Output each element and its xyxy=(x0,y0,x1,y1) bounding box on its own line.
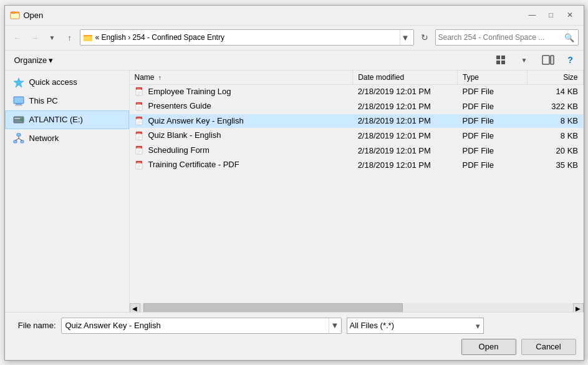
file-date-modified: 2/18/2019 12:01 PM xyxy=(353,84,458,99)
svg-marker-12 xyxy=(14,78,24,87)
file-name: Training Certificate - PDF xyxy=(148,160,239,169)
sidebar-item-atlantic[interactable]: ATLANTIC (E:) xyxy=(5,110,129,129)
pdf-icon: PDF xyxy=(135,145,145,155)
address-box[interactable]: « English › 254 - Confined Space Entry ▼ xyxy=(80,29,414,46)
maximize-button[interactable]: □ xyxy=(542,8,560,22)
open-button[interactable]: Open xyxy=(461,339,516,355)
organize-button[interactable]: Organize ▾ xyxy=(10,54,58,67)
folder-icon xyxy=(83,32,93,42)
preview-pane-icon xyxy=(542,55,554,65)
svg-rect-15 xyxy=(15,105,22,106)
toolbar-row: Organize ▾ ▼ ? xyxy=(5,51,584,71)
file-size: 8 KB xyxy=(527,114,583,129)
horizontal-scrollbar[interactable]: ◀ ▶ xyxy=(130,304,584,312)
svg-line-25 xyxy=(19,139,22,140)
file-type: PDF File xyxy=(458,143,528,158)
address-bar-row: ← → ▼ ↑ « English › 254 - Confined Space… xyxy=(5,26,584,51)
filetype-container: All Files (*.*)PDF Files (*.pdf)Word Doc… xyxy=(347,318,484,334)
filetype-select[interactable]: All Files (*.*)PDF Files (*.pdf)Word Doc… xyxy=(347,318,484,334)
open-dialog: Open — □ ✕ ← → ▼ ↑ « English › 254 - Con… xyxy=(4,5,584,361)
svg-rect-14 xyxy=(16,104,21,105)
file-date-modified: 2/18/2019 12:01 PM xyxy=(353,158,458,173)
svg-rect-1 xyxy=(11,13,19,19)
organize-dropdown-arrow: ▾ xyxy=(49,56,53,65)
sidebar-item-quick-access-label: Quick access xyxy=(29,77,77,87)
search-icon[interactable]: 🔍 xyxy=(563,31,576,44)
scroll-right-button[interactable]: ▶ xyxy=(573,303,584,312)
search-input[interactable] xyxy=(438,33,563,42)
column-type[interactable]: Type xyxy=(458,71,528,85)
svg-rect-13 xyxy=(14,97,24,104)
column-date-modified[interactable]: Date modified xyxy=(353,71,458,85)
svg-rect-11 xyxy=(551,56,554,64)
svg-rect-10 xyxy=(542,56,549,64)
scroll-left-button[interactable]: ◀ xyxy=(130,303,140,312)
file-list-area: Name ↑ Date modified Type Size xyxy=(130,71,584,312)
filename-input-container[interactable]: ▼ xyxy=(61,318,342,334)
file-type: PDF File xyxy=(458,158,528,173)
svg-rect-9 xyxy=(501,61,505,64)
main-area: Quick access This PC ATLANT xyxy=(5,71,584,312)
view-options-button[interactable]: ▼ xyxy=(515,52,534,68)
up-button[interactable]: ↑ xyxy=(62,30,77,45)
minimize-button[interactable]: — xyxy=(524,8,541,22)
recent-locations-button[interactable]: ▼ xyxy=(45,30,60,45)
table-row[interactable]: PDF Scheduling Form2/18/2019 12:01 PMPDF… xyxy=(130,143,584,158)
forward-button[interactable]: → xyxy=(27,30,42,45)
title-bar: Open — □ ✕ xyxy=(5,6,584,26)
filename-row: File name: ▼ All Files (*.*)PDF Files (*… xyxy=(12,318,576,334)
svg-rect-2 xyxy=(12,12,15,14)
filename-dropdown-button[interactable]: ▼ xyxy=(329,318,341,333)
organize-label: Organize xyxy=(14,56,47,65)
column-name[interactable]: Name ↑ xyxy=(130,71,353,85)
view-toggle-button[interactable] xyxy=(491,52,510,68)
file-date-modified: 2/18/2019 12:01 PM xyxy=(353,143,458,158)
svg-text:PDF: PDF xyxy=(137,147,142,150)
scrollbar-thumb[interactable] xyxy=(143,303,403,312)
search-box[interactable]: 🔍 xyxy=(435,29,579,46)
column-size[interactable]: Size xyxy=(527,71,583,85)
bottom-area: File name: ▼ All Files (*.*)PDF Files (*… xyxy=(5,312,584,360)
svg-text:PDF: PDF xyxy=(137,162,142,165)
filename-input[interactable] xyxy=(62,318,329,333)
file-date-modified: 2/18/2019 12:01 PM xyxy=(353,129,458,144)
file-date-modified: 2/18/2019 12:01 PM xyxy=(353,99,458,114)
table-row[interactable]: PDF Quiz Blank - English2/18/2019 12:01 … xyxy=(130,129,584,144)
sidebar-item-this-pc[interactable]: This PC xyxy=(5,92,129,110)
table-row[interactable]: PDF Quiz Answer Key - English2/18/2019 1… xyxy=(130,114,584,129)
svg-text:PDF: PDF xyxy=(137,89,142,91)
svg-rect-8 xyxy=(496,61,500,64)
table-row[interactable]: PDF Training Certificate - PDF2/18/2019 … xyxy=(130,158,584,173)
cancel-button[interactable]: Cancel xyxy=(521,339,576,355)
sidebar-item-network[interactable]: Network xyxy=(5,129,129,148)
help-button[interactable]: ? xyxy=(562,52,579,68)
close-button[interactable]: ✕ xyxy=(561,8,579,22)
file-type: PDF File xyxy=(458,114,528,129)
sidebar-item-atlantic-label: ATLANTIC (E:) xyxy=(29,115,83,124)
file-table-header: Name ↑ Date modified Type Size xyxy=(130,71,584,85)
table-row[interactable]: PDF Employee Training Log2/18/2019 12:01… xyxy=(130,84,584,99)
svg-line-24 xyxy=(15,139,19,140)
dialog-title: Open xyxy=(24,11,524,20)
svg-rect-22 xyxy=(21,140,24,143)
file-name: Presenters Guide xyxy=(148,101,211,110)
file-date-modified: 2/18/2019 12:01 PM xyxy=(353,114,458,129)
file-size: 8 KB xyxy=(527,129,583,144)
sidebar-item-this-pc-label: This PC xyxy=(29,96,58,105)
pdf-icon: PDF xyxy=(135,87,145,97)
file-name: Employee Training Log xyxy=(148,87,231,96)
svg-text:PDF: PDF xyxy=(137,118,142,120)
back-button[interactable]: ← xyxy=(10,30,25,45)
scrollbar-track[interactable] xyxy=(140,303,573,312)
this-pc-icon xyxy=(13,95,24,107)
network-icon xyxy=(13,133,24,144)
sidebar: Quick access This PC ATLANT xyxy=(5,71,130,312)
preview-pane-button[interactable] xyxy=(539,52,557,68)
buttons-row: Open Cancel xyxy=(12,339,576,355)
file-size: 14 KB xyxy=(527,84,583,99)
refresh-button[interactable]: ↻ xyxy=(417,29,433,46)
table-row[interactable]: PDF Presenters Guide2/18/2019 12:01 PMPD… xyxy=(130,99,584,114)
address-dropdown-button[interactable]: ▼ xyxy=(400,29,411,46)
file-size: 322 KB xyxy=(527,99,583,114)
sidebar-item-quick-access[interactable]: Quick access xyxy=(5,73,129,92)
